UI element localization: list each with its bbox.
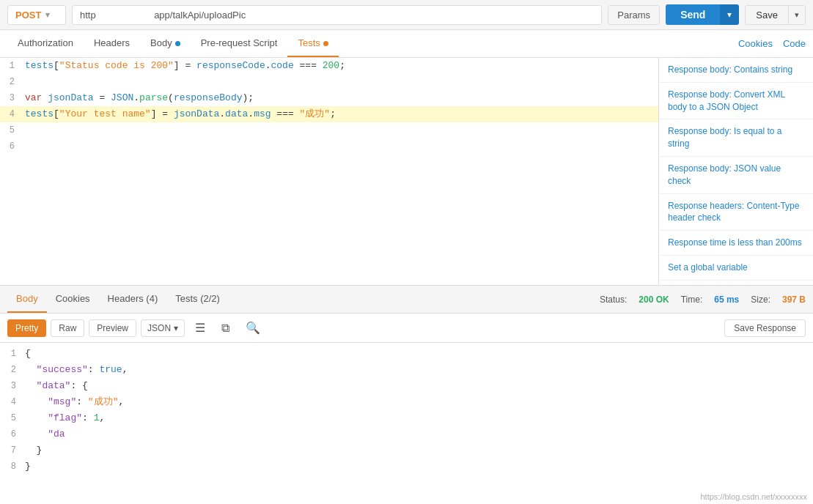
line-num-5: 5 [0, 122, 22, 138]
params-button[interactable]: Params [608, 5, 660, 25]
send-dropdown-button[interactable]: ▾ [720, 4, 739, 25]
resp-line-8: 8 } [0, 459, 813, 471]
resp-tab-tests[interactable]: Tests (2/2) [166, 286, 229, 313]
tests-dot [323, 41, 328, 46]
resp-tab-headers[interactable]: Headers (4) [99, 286, 167, 313]
line-num-1: 1 [0, 58, 22, 74]
snippet-item[interactable]: Response body: Contains string [659, 58, 813, 83]
resp-line-7: 7 } [0, 442, 813, 459]
response-toolbar: Pretty Raw Preview JSON ▾ ☰ ⧉ 🔍 Save Res… [0, 314, 813, 343]
resp-line-3: 3 "data": { [0, 378, 813, 394]
tab-authorization[interactable]: Authorization [7, 30, 84, 57]
line-num-3: 3 [0, 90, 22, 106]
line-content-3: var jsonData = JSON.parse(responseBody); [22, 90, 254, 106]
top-bar: POST ▾ Params Send ▾ Save ▾ [0, 0, 813, 30]
line-num-6: 6 [0, 138, 22, 155]
resp-line-4: 4 "msg": "成功", [0, 394, 813, 410]
line-content-4: tests["Your test name"] = jsonData.data.… [22, 106, 336, 122]
method-label: POST [15, 10, 41, 21]
code-line-1: 1 tests["Status code is 200"] = response… [0, 58, 658, 74]
tab-right-links: Cookies Code [738, 38, 806, 49]
save-btn-group: Save ▾ [745, 5, 806, 25]
resp-tab-body[interactable]: Body [7, 286, 47, 313]
format-type-chevron: ▾ [174, 323, 178, 333]
code-line-4: 4 tests["Your test name"] = jsonData.dat… [0, 106, 658, 122]
url-input[interactable] [72, 5, 602, 25]
send-btn-group: Send ▾ [666, 4, 739, 25]
format-pretty-btn[interactable]: Pretty [7, 319, 46, 337]
line-num-4: 4 [0, 106, 22, 122]
code-line-3: 3 var jsonData = JSON.parse(responseBody… [0, 90, 658, 106]
size-label: Size: [751, 294, 770, 305]
format-type-select[interactable]: JSON ▾ [141, 319, 185, 337]
search-btn[interactable]: 🔍 [240, 318, 266, 338]
snippet-item[interactable]: Response body: Convert XML body to a JSO… [659, 83, 813, 120]
method-select[interactable]: POST ▾ [7, 5, 66, 25]
tab-pre-request[interactable]: Pre-request Script [191, 30, 288, 57]
size-value: 397 B [782, 294, 806, 305]
time-label: Time: [681, 294, 703, 305]
resp-line-6: 6 "da [0, 426, 813, 442]
line-content-1: tests["Status code is 200"] = responseCo… [22, 58, 345, 74]
line-num-2: 2 [0, 74, 22, 90]
snippet-item[interactable]: Response time is less than 200ms [659, 231, 813, 256]
code-line-2: 2 [0, 74, 658, 90]
code-editor[interactable]: 1 tests["Status code is 200"] = response… [0, 58, 659, 285]
snippet-item[interactable]: Response body: JSON value check [659, 157, 813, 194]
status-label: Status: [600, 294, 627, 305]
snippet-item[interactable]: Response body: Is equal to a string [659, 119, 813, 157]
response-status: Status: 200 OK Time: 65 ms Size: 397 B [600, 294, 806, 305]
resp-tab-cookies[interactable]: Cookies [47, 286, 99, 313]
send-button[interactable]: Send [666, 4, 720, 25]
cookies-link[interactable]: Cookies [738, 38, 773, 49]
code-link[interactable]: Code [783, 38, 806, 49]
time-value: 65 ms [714, 294, 739, 305]
tab-body[interactable]: Body [140, 30, 191, 57]
copy-btn[interactable]: ⧉ [216, 319, 235, 338]
response-body[interactable]: 1 { 2 "success": true, 3 "data": { 4 "ms… [0, 343, 813, 471]
format-preview-btn[interactable]: Preview [89, 319, 136, 337]
snippet-item[interactable]: Response headers: Content-Type header ch… [659, 194, 813, 231]
format-raw-btn[interactable]: Raw [51, 319, 84, 337]
resp-line-1: 1 { [0, 346, 813, 362]
request-tab-bar: Authorization Headers Body Pre-request S… [0, 30, 813, 58]
snippet-item[interactable]: Set an environment variable [659, 281, 813, 285]
tab-tests[interactable]: Tests [287, 30, 338, 57]
resp-line-5: 5 "flag": 1, [0, 410, 813, 426]
save-dropdown-button[interactable]: ▾ [788, 6, 805, 24]
watermark: https://blog.csdn.net/xxxxxxxx [700, 492, 807, 501]
save-button[interactable]: Save [746, 6, 788, 24]
format-type-label: JSON [147, 323, 171, 333]
response-tab-bar: Body Cookies Headers (4) Tests (2/2) Sta… [0, 286, 813, 314]
code-line-5: 5 [0, 122, 658, 138]
request-area: 1 tests["Status code is 200"] = response… [0, 58, 813, 285]
snippet-item[interactable]: Set a global variable [659, 256, 813, 281]
code-line-6: 6 [0, 138, 658, 155]
wrap-btn[interactable]: ☰ [189, 318, 211, 338]
response-section: Body Cookies Headers (4) Tests (2/2) Sta… [0, 285, 813, 471]
save-response-button[interactable]: Save Response [724, 319, 806, 337]
tab-headers[interactable]: Headers [84, 30, 140, 57]
snippets-panel: Response body: Contains string Response … [659, 58, 813, 285]
body-dot [175, 41, 180, 46]
method-chevron: ▾ [45, 10, 50, 20]
status-value: 200 OK [639, 294, 669, 305]
resp-line-2: 2 "success": true, [0, 362, 813, 378]
